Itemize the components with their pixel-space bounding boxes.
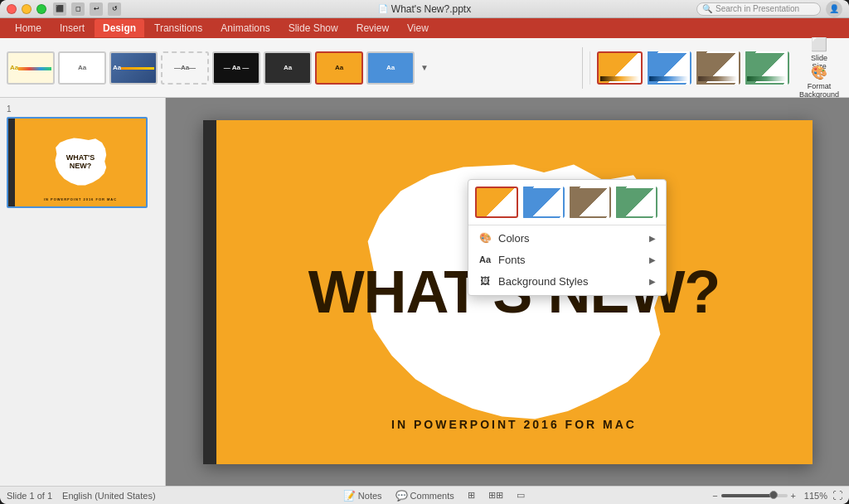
dropdown-colors-item[interactable]: 🎨 Colors ▶	[468, 227, 666, 249]
dropdown-variant-2[interactable]	[522, 187, 565, 218]
notes-button[interactable]: 📝 Notes	[340, 489, 386, 502]
themes-more-button[interactable]: ▼	[418, 51, 431, 85]
ribbon: Home Insert Design Transitions Animation…	[0, 18, 849, 98]
undo-button[interactable]: ↩	[90, 2, 103, 16]
user-avatar[interactable]: 👤	[826, 1, 842, 17]
zoom-level[interactable]: 115%	[801, 491, 827, 501]
variant-2[interactable]	[646, 51, 691, 85]
statusbar-left: Slide 1 of 1 English (United States)	[7, 491, 156, 501]
reading-view-button[interactable]: ▭	[513, 489, 528, 502]
slide-sorter-icon: ⊞⊞	[488, 490, 503, 501]
main-area: 1 WHAT'SNEW? IN POWERPOINT 2016 FOR MAC	[0, 98, 849, 486]
zoom-minus-icon[interactable]: −	[712, 491, 717, 501]
dropdown-variant-row	[468, 180, 666, 223]
thumb-title: WHAT'SNEW?	[66, 154, 95, 171]
tab-slideshow[interactable]: Slide Show	[280, 19, 347, 37]
tab-review[interactable]: Review	[348, 19, 397, 37]
variant-list	[589, 51, 789, 85]
fit-button[interactable]: ⛶	[832, 490, 842, 502]
theme-3[interactable]: Aa	[109, 51, 158, 85]
zoom-fill	[721, 494, 771, 497]
zoom-plus-icon[interactable]: +	[791, 491, 796, 501]
slide-size-button[interactable]: ⬜ SlideSize	[796, 41, 842, 67]
comments-icon: 💬	[395, 490, 408, 502]
colors-icon: 🎨	[478, 231, 492, 245]
app-window: ⬛ ◻ ↩ ↺ 📄 What's New?.pptx 🔍 Search in P…	[0, 0, 849, 504]
dropdown-background-item[interactable]: 🖼 Background Styles ▶	[468, 270, 666, 292]
tab-home[interactable]: Home	[7, 19, 50, 37]
format-background-button[interactable]: 🎨 FormatBackground	[796, 69, 842, 95]
tab-design[interactable]: Design	[95, 19, 144, 37]
fonts-arrow-icon: ▶	[649, 255, 656, 264]
notes-icon: 📝	[343, 490, 356, 502]
redo-button[interactable]: ↺	[108, 2, 121, 16]
thumb-content: WHAT'SNEW? IN POWERPOINT 2016 FOR MAC	[15, 119, 146, 206]
slide-size-icon: ⬜	[811, 36, 827, 52]
theme-7[interactable]: Aa	[315, 51, 363, 85]
slide-left-bar	[203, 120, 216, 464]
background-icon: 🖼	[478, 274, 492, 288]
dropdown-variant-4[interactable]	[614, 187, 657, 218]
theme-3-bar	[121, 67, 154, 70]
theme-8[interactable]: Aa	[366, 51, 415, 85]
ribbon-content: Aa Aa Aa —Aa— — Aa —	[0, 38, 849, 98]
slide-info: Slide 1 of 1	[7, 491, 52, 501]
theme-4[interactable]: —Aa—	[161, 51, 209, 85]
tab-animations[interactable]: Animations	[212, 19, 278, 37]
dropdown-variant-3[interactable]	[568, 187, 611, 218]
theme-3-label: Aa	[113, 64, 121, 71]
theme-6[interactable]: Aa	[264, 51, 312, 85]
theme-1[interactable]: Aa	[7, 51, 55, 85]
window-controls	[7, 4, 46, 14]
colors-label: Colors	[498, 232, 530, 245]
slide-subtitle[interactable]: IN POWERPOINT 2016 FOR MAC	[216, 418, 813, 431]
thumb-left-border	[8, 119, 15, 206]
language-info: English (United States)	[62, 491, 156, 501]
colors-arrow-icon: ▶	[649, 234, 656, 243]
statusbar-right: − + 115% ⛶	[712, 490, 842, 502]
notes-label: Notes	[358, 491, 382, 501]
theme-1-bar	[18, 67, 51, 70]
variant-1[interactable]	[597, 51, 643, 85]
variant-3[interactable]	[695, 51, 740, 85]
window-title: 📄 What's New?.pptx	[378, 3, 471, 15]
theme-5-label: — Aa —	[224, 64, 249, 71]
slide-thumbnail[interactable]: WHAT'SNEW? IN POWERPOINT 2016 FOR MAC	[7, 117, 148, 208]
maximize-button[interactable]	[36, 4, 46, 14]
normal-view-button[interactable]: ⊞	[464, 489, 478, 502]
ribbon-divider	[582, 47, 583, 89]
toolbar-icon-2[interactable]: ◻	[71, 2, 85, 16]
toolbar-icon-1[interactable]: ⬛	[53, 2, 66, 16]
fonts-icon: Aa	[478, 253, 492, 266]
variant-4[interactable]	[744, 51, 789, 85]
canvas-area[interactable]: WHAT'S NEW? IN POWERPOINT 2016 FOR MAC	[166, 98, 849, 486]
theme-1-label: Aa	[10, 64, 18, 71]
minimize-button[interactable]	[22, 4, 32, 14]
slide-number: 1	[7, 104, 158, 114]
format-background-label: FormatBackground	[799, 82, 839, 99]
theme-list: Aa Aa Aa —Aa— — Aa —	[7, 51, 575, 85]
dropdown-variant-1[interactable]	[475, 187, 518, 218]
dropdown-divider	[468, 225, 666, 225]
tab-insert[interactable]: Insert	[51, 19, 93, 37]
tab-view[interactable]: View	[399, 19, 437, 37]
search-box[interactable]: 🔍 Search in Presentation	[696, 2, 821, 16]
search-icon: 🔍	[702, 4, 712, 13]
comments-button[interactable]: 💬 Comments	[392, 489, 458, 502]
zoom-slider[interactable]: − +	[712, 491, 796, 501]
slide-sorter-button[interactable]: ⊞⊞	[485, 489, 507, 502]
slide-1-container: 1 WHAT'SNEW? IN POWERPOINT 2016 FOR MAC	[7, 104, 158, 208]
tab-transitions[interactable]: Transitions	[146, 19, 211, 37]
zoom-track	[721, 494, 788, 497]
theme-5[interactable]: — Aa —	[212, 51, 260, 85]
background-arrow-icon: ▶	[649, 277, 656, 286]
theme-6-label: Aa	[284, 64, 292, 71]
dropdown-fonts-item[interactable]: Aa Fonts ▶	[468, 249, 666, 270]
format-background-icon: 🎨	[811, 65, 827, 80]
file-icon: 📄	[378, 4, 388, 13]
ribbon-right-buttons: ⬜ SlideSize 🎨 FormatBackground	[796, 41, 842, 95]
close-button[interactable]	[7, 4, 17, 14]
theme-2[interactable]: Aa	[58, 51, 106, 85]
slide-panel: 1 WHAT'SNEW? IN POWERPOINT 2016 FOR MAC	[0, 98, 166, 486]
comments-label: Comments	[410, 491, 454, 501]
